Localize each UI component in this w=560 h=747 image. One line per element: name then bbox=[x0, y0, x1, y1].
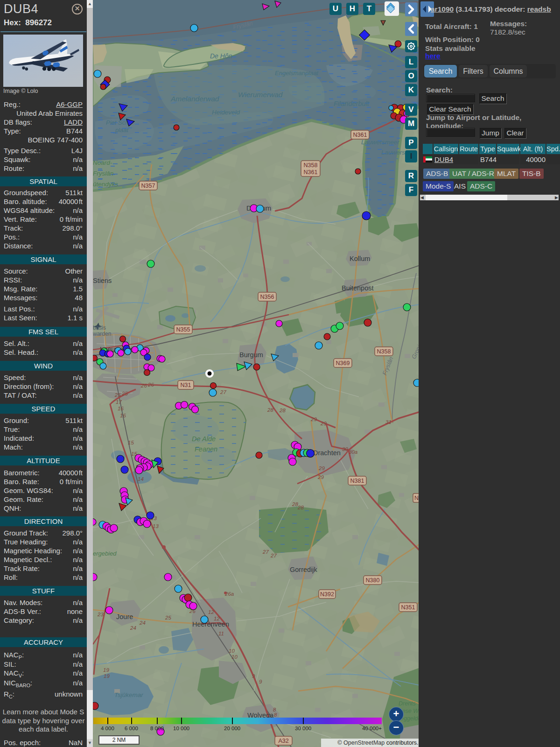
svg-text:Lauwersmeer: Lauwersmeer bbox=[361, 139, 399, 146]
svg-text:N351: N351 bbox=[401, 604, 415, 611]
svg-text:Amelanderwad: Amelanderwad bbox=[170, 95, 220, 103]
svg-text:23: 23 bbox=[97, 612, 104, 617]
svg-text:Joure: Joure bbox=[116, 613, 133, 620]
svg-text:27: 27 bbox=[220, 389, 226, 395]
svg-text:Gorredijk: Gorredijk bbox=[290, 566, 318, 573]
svg-text:16: 16 bbox=[120, 413, 126, 418]
svg-text:N361: N361 bbox=[304, 169, 318, 176]
svg-text:ûtendyks: ûtendyks bbox=[93, 181, 118, 188]
svg-text:10: 10 bbox=[231, 654, 238, 660]
svg-text:9: 9 bbox=[259, 679, 262, 684]
svg-text:29: 29 bbox=[320, 421, 327, 426]
svg-text:26: 26 bbox=[147, 382, 154, 388]
svg-text:Buitenpost: Buitenpost bbox=[342, 284, 374, 292]
svg-text:29: 29 bbox=[310, 416, 317, 422]
svg-text:15: 15 bbox=[128, 440, 134, 445]
svg-text:Wierumerwad: Wierumerwad bbox=[238, 91, 283, 99]
svg-text:13: 13 bbox=[153, 523, 159, 529]
svg-text:ergebied: ergebied bbox=[93, 550, 117, 557]
svg-text:29: 29 bbox=[317, 474, 324, 480]
svg-text:Heideveld: Heideveld bbox=[212, 109, 240, 116]
svg-text:Drachten: Drachten bbox=[313, 449, 341, 457]
svg-text:N361: N361 bbox=[353, 132, 367, 138]
svg-text:17: 17 bbox=[116, 399, 122, 405]
svg-text:11: 11 bbox=[218, 631, 224, 636]
svg-text:16: 16 bbox=[118, 406, 124, 411]
svg-text:26a: 26a bbox=[224, 591, 234, 597]
svg-text:Filanderbult: Filanderbult bbox=[334, 100, 370, 107]
svg-text:30a: 30a bbox=[349, 449, 357, 455]
svg-text:28: 28 bbox=[279, 408, 286, 413]
svg-text:N357: N357 bbox=[141, 183, 155, 189]
svg-text:N392: N392 bbox=[320, 591, 334, 598]
svg-text:Drents-: Drents- bbox=[399, 700, 418, 707]
svg-text:basis: basis bbox=[93, 324, 106, 331]
svg-text:25: 25 bbox=[165, 615, 171, 620]
svg-text:24: 24 bbox=[139, 620, 146, 626]
svg-text:Feanen: Feanen bbox=[195, 445, 217, 453]
svg-text:9: 9 bbox=[252, 673, 255, 679]
svg-text:Kollum: Kollum bbox=[350, 255, 370, 262]
svg-text:N358: N358 bbox=[377, 348, 391, 355]
svg-text:24: 24 bbox=[130, 625, 136, 631]
svg-text:12: 12 bbox=[208, 609, 214, 615]
svg-text:19: 19 bbox=[104, 673, 110, 679]
svg-text:27: 27 bbox=[270, 553, 277, 558]
svg-text:Burgum: Burgum bbox=[239, 351, 263, 359]
svg-text:De Alde: De Alde bbox=[192, 435, 216, 443]
svg-text:31: 31 bbox=[385, 419, 392, 425]
svg-text:N31: N31 bbox=[181, 382, 191, 388]
svg-text:De Hôn: De Hôn bbox=[210, 52, 232, 60]
svg-text:10: 10 bbox=[229, 648, 235, 654]
svg-text:N355: N355 bbox=[176, 326, 190, 333]
svg-text:N380: N380 bbox=[366, 577, 380, 584]
svg-text:8: 8 bbox=[274, 712, 277, 718]
svg-text:plaat: plaat bbox=[115, 127, 129, 134]
svg-text:Tsjûkemar: Tsjûkemar bbox=[114, 691, 143, 698]
svg-text:Engelsmanplaat: Engelsmanplaat bbox=[275, 70, 319, 77]
svg-text:30: 30 bbox=[342, 446, 348, 452]
svg-text:25: 25 bbox=[121, 391, 128, 396]
svg-text:29: 29 bbox=[318, 465, 325, 471]
svg-text:27: 27 bbox=[262, 549, 269, 555]
svg-text:Heerenveen: Heerenveen bbox=[192, 620, 229, 628]
svg-text:12: 12 bbox=[214, 616, 220, 621]
svg-text:warden: warden bbox=[93, 331, 111, 337]
svg-text:N369: N369 bbox=[336, 360, 350, 366]
svg-text:19: 19 bbox=[103, 667, 109, 673]
svg-text:Fryslân: Fryslân bbox=[93, 170, 113, 177]
svg-text:14: 14 bbox=[138, 476, 144, 482]
svg-text:25: 25 bbox=[114, 392, 121, 398]
svg-text:N358: N358 bbox=[304, 162, 318, 169]
svg-text:Noard-: Noard- bbox=[93, 159, 112, 166]
svg-text:N356: N356 bbox=[260, 294, 274, 300]
svg-text:Stiens: Stiens bbox=[93, 277, 112, 284]
svg-text:28: 28 bbox=[267, 407, 273, 413]
svg-text:A32: A32 bbox=[278, 738, 288, 744]
svg-text:N381: N381 bbox=[350, 478, 364, 484]
svg-text:26: 26 bbox=[140, 383, 147, 388]
svg-text:28: 28 bbox=[297, 505, 304, 510]
